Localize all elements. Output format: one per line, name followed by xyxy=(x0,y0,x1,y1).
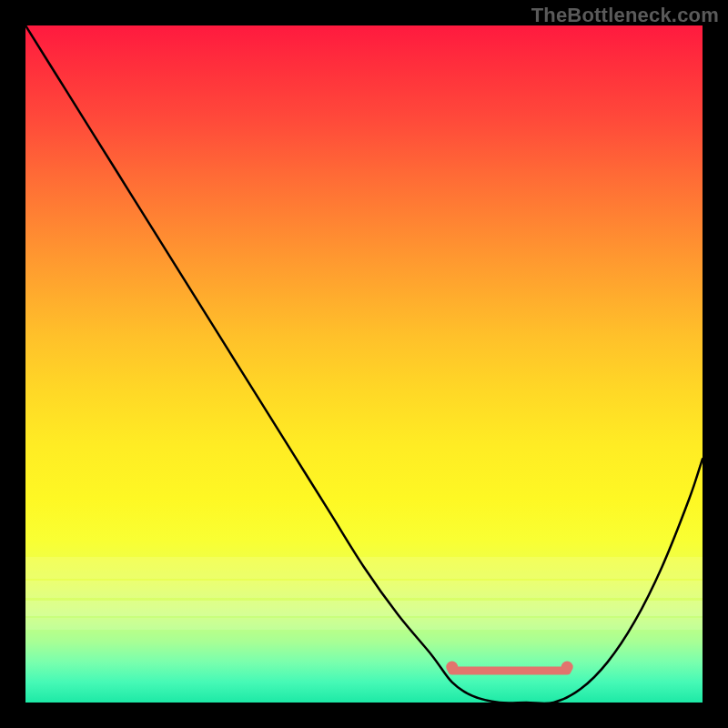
bottleneck-curve xyxy=(25,25,703,703)
chart-svg xyxy=(25,25,703,703)
optimal-zone-start-dot xyxy=(446,662,458,673)
chart-canvas: TheBottleneck.com xyxy=(0,0,728,728)
plot-area xyxy=(25,25,703,703)
watermark-text: TheBottleneck.com xyxy=(531,4,719,27)
optimal-zone-end-dot xyxy=(561,662,573,673)
